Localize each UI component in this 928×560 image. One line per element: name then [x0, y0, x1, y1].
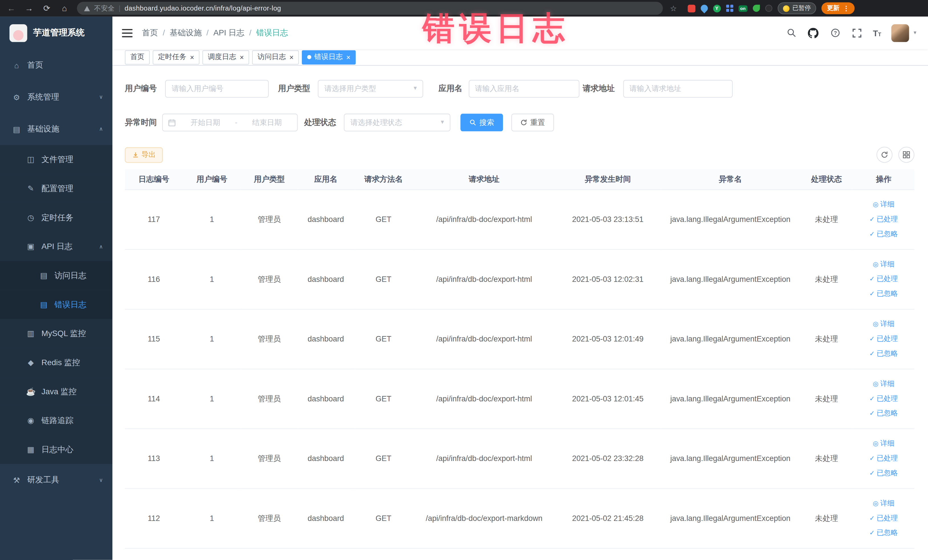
back-icon[interactable]: ←	[6, 3, 17, 13]
extension-drop-icon[interactable]	[699, 3, 709, 13]
export-button[interactable]: 导出	[125, 147, 163, 163]
help-icon[interactable]: ?	[829, 27, 841, 38]
sidebar-item-redis[interactable]: ◆Redis 监控	[0, 348, 112, 377]
sidebar-item-system[interactable]: ⚙系统管理∨	[0, 81, 112, 113]
paused-badge[interactable]: 已暂停	[778, 2, 817, 14]
refresh-button[interactable]	[876, 147, 892, 163]
action-processed[interactable]: ✓已处理	[855, 391, 912, 406]
sidebar-item-error-log[interactable]: ▤错误日志	[0, 290, 112, 319]
sidebar-item-infra[interactable]: ▤基础设施∧	[0, 113, 112, 145]
tab-access-log[interactable]: 访问日志×	[252, 50, 299, 64]
fullscreen-icon[interactable]	[851, 27, 863, 38]
reload-icon[interactable]: ⟳	[41, 3, 52, 13]
close-icon[interactable]: ×	[290, 53, 294, 61]
page-url: dashboard.yudao.iocoder.cn/infra/log/api…	[125, 5, 281, 12]
sidebar-item-label: 链路追踪	[41, 415, 73, 426]
action-ignored[interactable]: ✓已忽略	[855, 406, 912, 421]
user-menu[interactable]: ▼	[891, 24, 917, 42]
close-icon[interactable]: ×	[240, 53, 244, 61]
columns-settings-button[interactable]	[898, 147, 914, 163]
action-detail[interactable]: ◎详细	[855, 257, 912, 272]
action-label: 已处理	[877, 514, 898, 522]
browser-update-button[interactable]: 更新 ⋮	[821, 2, 855, 14]
tab-job[interactable]: 定时任务×	[153, 50, 199, 64]
action-processed[interactable]: ✓已处理	[855, 451, 912, 466]
action-detail[interactable]: ◎详细	[855, 496, 912, 511]
home-icon[interactable]: ⌂	[59, 3, 70, 13]
action-label: 已忽略	[877, 230, 898, 238]
request-url-input[interactable]	[623, 80, 733, 98]
extension-on-badge[interactable]: on	[738, 5, 747, 12]
close-icon[interactable]: ×	[346, 53, 351, 61]
sidebar-item-file[interactable]: ◫文件管理	[0, 145, 112, 174]
action-ignored[interactable]: ✓已忽略	[855, 227, 912, 242]
extension-green-icon[interactable]: Y	[713, 5, 720, 12]
action-processed[interactable]: ✓已处理	[855, 511, 912, 525]
sidebar-item-mysql[interactable]: ▥MySQL 监控	[0, 319, 112, 348]
action-processed[interactable]: ✓已处理	[855, 331, 912, 346]
action-detail[interactable]: ◎详细	[855, 197, 912, 212]
breadcrumb-item-infra[interactable]: 基础设施	[170, 27, 202, 38]
sidebar-item-job[interactable]: ◷定时任务	[0, 203, 112, 232]
forward-icon[interactable]: →	[24, 3, 34, 13]
action-ignored[interactable]: ✓已忽略	[855, 466, 912, 481]
breadcrumb-item-home[interactable]: 首页	[142, 27, 158, 38]
sidebar-item-home[interactable]: ⌂首页	[0, 49, 112, 81]
sidebar-item-trace[interactable]: ◉链路追踪	[0, 406, 112, 435]
sidebar-item-label: 配置管理	[41, 183, 73, 194]
action-detail[interactable]: ◎详细	[855, 317, 912, 331]
extension-paw-icon[interactable]	[765, 5, 772, 12]
hamburger-icon[interactable]	[122, 29, 132, 37]
action-detail[interactable]: ◎详细	[855, 376, 912, 391]
breadcrumb-item-api-log[interactable]: API 日志	[214, 27, 244, 38]
tag-view-bar: 首页定时任务×调度日志×访问日志×错误日志×	[112, 49, 928, 66]
action-detail[interactable]: ◎详细	[855, 436, 912, 451]
sidebar-item-config[interactable]: ✎配置管理	[0, 174, 112, 203]
sidebar-item-api-log[interactable]: ▣API 日志∧	[0, 232, 112, 261]
action-processed[interactable]: ✓已处理	[855, 212, 912, 227]
browser-menu-icon[interactable]: ⋮	[843, 5, 850, 12]
edit-icon: ✎	[26, 184, 35, 193]
sidebar-item-java[interactable]: ☕Java 监控	[0, 377, 112, 406]
cell-id: 115	[125, 309, 183, 369]
exception-time-range-picker[interactable]: 开始日期 - 结束日期	[162, 113, 298, 131]
table-tools	[876, 147, 914, 163]
search-button[interactable]: 搜索	[461, 113, 503, 131]
user-id-input[interactable]	[165, 80, 269, 98]
sidebar-item-dev-tools[interactable]: ⚒研发工具∨	[0, 464, 112, 496]
process-status-select[interactable]: ▼	[344, 113, 450, 131]
process-status-select-input[interactable]	[344, 113, 450, 131]
bookmark-star-icon[interactable]: ☆	[670, 4, 677, 12]
cell-status: 未处理	[800, 309, 853, 369]
action-label: 详细	[881, 200, 894, 208]
cell-url: /api/infra/db-doc/export-html	[413, 249, 555, 309]
extension-red-icon[interactable]	[687, 5, 695, 12]
action-processed[interactable]: ✓已处理	[855, 272, 912, 287]
column-header: 用户编号	[183, 169, 241, 189]
doc-icon: ▤	[39, 271, 49, 280]
search-icon[interactable]	[785, 27, 797, 38]
action-ignored[interactable]: ✓已忽略	[855, 346, 912, 361]
tab-label: 调度日志	[208, 52, 236, 62]
user-type-select[interactable]: ▼	[318, 80, 423, 98]
tab-job-log[interactable]: 调度日志×	[203, 50, 249, 64]
clock-icon: ◷	[26, 213, 35, 222]
sidebar-item-access-log[interactable]: ▤访问日志	[0, 261, 112, 290]
app-name-input[interactable]	[469, 80, 579, 98]
tab-home[interactable]: 首页	[125, 50, 150, 64]
action-ignored[interactable]: ✓已忽略	[855, 287, 912, 301]
user-type-select-input[interactable]	[318, 80, 423, 98]
eye-icon: ◉	[26, 416, 35, 425]
app-name-label: 应用名	[438, 84, 462, 94]
extension-leaf-icon[interactable]	[753, 5, 760, 12]
sidebar-item-log-center[interactable]: ▦日志中心	[0, 435, 112, 464]
extension-grid-icon[interactable]	[726, 5, 733, 12]
close-icon[interactable]: ×	[190, 53, 194, 61]
reset-button[interactable]: 重置	[511, 113, 554, 131]
screen: ← → ⟳ ⌂ 不安全 | dashboard.yudao.iocoder.cn…	[0, 0, 928, 560]
github-icon[interactable]	[807, 27, 819, 38]
tab-error-log[interactable]: 错误日志×	[302, 50, 356, 64]
address-bar[interactable]: 不安全 | dashboard.yudao.iocoder.cn/infra/l…	[77, 2, 663, 15]
font-size-icon[interactable]: TT	[873, 28, 881, 38]
action-ignored[interactable]: ✓已忽略	[855, 525, 912, 540]
